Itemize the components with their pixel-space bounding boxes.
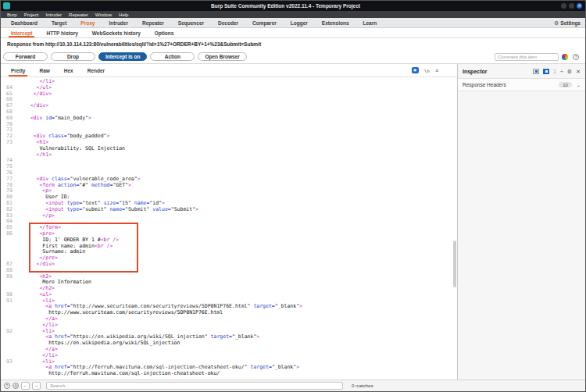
editor-tab-bar: PrettyRawHexRender ▣ \n ≡: [1, 64, 457, 77]
highlight-color-icon[interactable]: [562, 54, 568, 60]
burp-window: Burp Suite Community Edition v2022.11.4 …: [0, 0, 586, 392]
next-match-button[interactable]: →: [32, 382, 41, 390]
tab-sequencer[interactable]: Sequencer: [171, 18, 211, 27]
subtab-websockets-history[interactable]: WebSockets history: [85, 28, 148, 37]
subtab-intercept[interactable]: Intercept: [4, 28, 39, 37]
line-number: [1, 340, 18, 347]
code-line: 70: [1, 122, 457, 128]
inspector-header-icons: ⌶ ÷ ⚙ ✕: [533, 69, 581, 74]
expand-all-icon[interactable]: ÷: [560, 69, 563, 74]
code-line: 69 <div id="main_body">: [1, 116, 457, 122]
response-headers-section[interactable]: Response Headers 10 ⌄: [458, 78, 585, 91]
subtab-http-history[interactable]: HTTP history: [39, 28, 84, 37]
line-content: http://ferruh.mavituna.com/sql-injection…: [18, 371, 220, 377]
menu-item-repeater[interactable]: Repeater: [69, 12, 88, 17]
code-line: </a>: [1, 316, 457, 323]
line-number: 93: [1, 359, 18, 365]
window-title: Burp Suite Community Edition v2022.11.4 …: [10, 3, 561, 9]
response-code-area[interactable]: </li>64 </ul>65 </div>6667 </div>6869 <d…: [1, 77, 457, 380]
intercept-toggle-button[interactable]: Intercept is on: [98, 52, 147, 61]
settings-label: Settings: [560, 20, 581, 26]
code-line: 66: [1, 97, 457, 103]
code-line: Vulnerability: SQL Injection: [1, 146, 457, 152]
previous-match-button[interactable]: ←: [21, 382, 30, 390]
menu-item-window[interactable]: Window: [95, 12, 112, 17]
open-browser-button[interactable]: Open Browser: [198, 52, 246, 61]
search-bar: ? ⚙ ← → 0 matches: [1, 380, 585, 391]
code-line: More Information: [1, 280, 457, 286]
line-content: </h1>: [18, 152, 52, 159]
tab-comparer[interactable]: Comparer: [245, 18, 284, 27]
menu-item-help[interactable]: Help: [119, 12, 128, 17]
code-line: 72 <div class="body_padded">: [1, 134, 457, 140]
close-button[interactable]: ✕: [577, 3, 582, 9]
code-line: </li>: [1, 79, 457, 85]
proxy-sub-tab-bar: InterceptHTTP historyWebSockets historyO…: [1, 28, 585, 38]
search-settings-icon[interactable]: ⚙: [13, 383, 19, 389]
line-content: </div>: [18, 91, 52, 98]
tab-repeater[interactable]: Repeater: [135, 18, 171, 27]
inspector-settings-icon[interactable]: ⚙: [567, 69, 572, 74]
tab-decoder[interactable]: Decoder: [211, 18, 245, 27]
editor-tab-raw[interactable]: Raw: [33, 64, 55, 77]
gear-icon: ⚙: [554, 20, 559, 26]
inspector-layout-right-icon[interactable]: [543, 69, 549, 74]
code-line: </h1>: [1, 152, 457, 159]
code-line: 84: [1, 219, 457, 225]
code-line: 85 </form>: [1, 225, 457, 231]
pretty-print-icon[interactable]: ▣: [412, 67, 419, 73]
editor-menu-icon[interactable]: ≡: [435, 68, 438, 73]
tab-target[interactable]: Target: [45, 18, 73, 27]
forward-button[interactable]: Forward: [3, 52, 48, 61]
subtab-options[interactable]: Options: [148, 28, 181, 37]
action-button[interactable]: Action: [150, 52, 195, 61]
help-icon[interactable]: ?: [573, 54, 579, 60]
code-line: http://www.securiteam.com/securityreview…: [1, 310, 457, 316]
code-line: 74: [1, 158, 457, 164]
response-editor-panel: PrettyRawHexRender ▣ \n ≡ </li>64 </ul>6…: [1, 64, 457, 380]
menu-item-intruder[interactable]: Intruder: [45, 12, 62, 17]
tab-learn[interactable]: Learn: [356, 18, 384, 27]
drop-button[interactable]: Drop: [51, 52, 95, 61]
editor-toolbar-icons: ▣ \n ≡: [412, 67, 438, 73]
comment-input[interactable]: [495, 53, 559, 61]
response-headers-label: Response Headers: [463, 82, 559, 87]
search-help-icon[interactable]: ?: [4, 383, 10, 389]
tab-extensions[interactable]: Extensions: [315, 18, 356, 27]
line-content: <div id="main_body">: [18, 116, 91, 122]
collapse-all-icon[interactable]: ⌶: [553, 69, 556, 74]
inspector-close-icon[interactable]: ✕: [576, 69, 581, 74]
inspector-title: Inspector: [463, 69, 533, 74]
line-number: [1, 146, 18, 152]
response-origin-text: Response from http://10.10.114.123:80/vu…: [7, 41, 261, 47]
menu-item-project[interactable]: Project: [24, 12, 39, 17]
settings-button[interactable]: ⚙ Settings: [554, 20, 581, 26]
response-origin-bar: Response from http://10.10.114.123:80/vu…: [1, 38, 585, 50]
code-line: </pre>: [1, 255, 457, 262]
editor-tab-hex[interactable]: Hex: [58, 64, 80, 77]
inspector-panel: Inspector ⌶ ÷ ⚙ ✕ Response Headers 10 ⌄: [457, 64, 585, 380]
inspector-layout-left-icon[interactable]: [533, 69, 539, 74]
tab-intruder[interactable]: Intruder: [102, 18, 135, 27]
menu-item-burp[interactable]: Burp: [7, 12, 17, 17]
editor-tab-pretty[interactable]: Pretty: [5, 64, 31, 77]
minimize-button[interactable]: [561, 3, 566, 9]
line-number: [1, 304, 18, 310]
editor-tab-render[interactable]: Render: [81, 64, 111, 77]
search-input[interactable]: [46, 382, 343, 390]
editor-scrollbar[interactable]: [453, 241, 456, 287]
maximize-button[interactable]: [569, 3, 574, 9]
line-number: [1, 249, 18, 255]
code-line: http://ferruh.mavituna.com/sql-injection…: [1, 371, 457, 377]
chevron-down-icon: ⌄: [577, 82, 581, 87]
tab-dashboard[interactable]: Dashboard: [4, 18, 45, 27]
code-line: 82 <input type="submit" name="Submit" va…: [1, 207, 457, 213]
line-number: [1, 280, 18, 286]
show-newlines-icon[interactable]: \n: [424, 68, 430, 73]
tab-logger[interactable]: Logger: [284, 18, 315, 27]
intercept-toolbar: Forward Drop Intercept is on Action Open…: [1, 50, 585, 63]
line-number: 86: [1, 231, 18, 237]
line-content: </div>: [18, 103, 48, 109]
line-number: [1, 237, 18, 244]
tab-proxy[interactable]: Proxy: [73, 18, 102, 27]
